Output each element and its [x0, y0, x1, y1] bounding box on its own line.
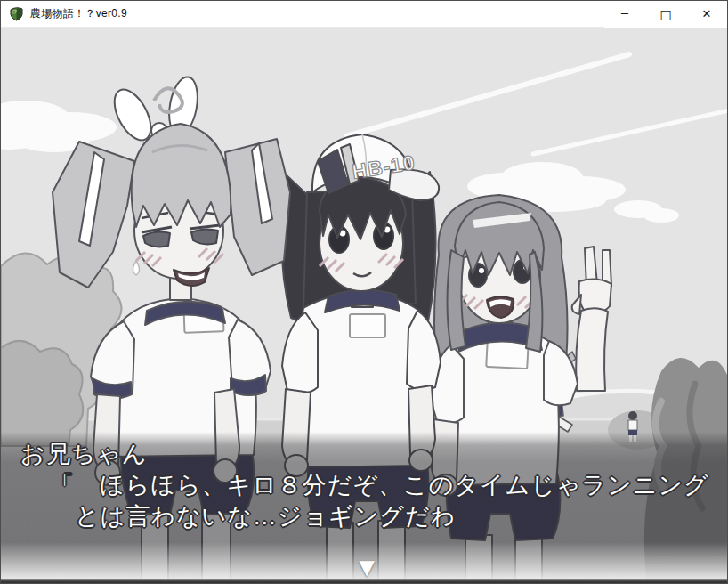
dialogue-line-1: 「 ほらほら、キロ８分だぞ、このタイムじゃランニング	[50, 470, 715, 501]
titlebar[interactable]: 農場物語！？ver0.9 ─ □ ✕	[1, 1, 727, 28]
dialogue-speaker: お兄ちゃん	[20, 439, 715, 470]
maximize-icon: □	[659, 7, 671, 21]
game-viewport[interactable]: HB-10	[1, 28, 728, 584]
app-icon	[9, 6, 24, 21]
minimize-button[interactable]: ─	[604, 1, 645, 28]
minimize-icon: ─	[621, 7, 628, 20]
bottom-letterbox	[1, 579, 728, 584]
maximize-button[interactable]: □	[645, 1, 686, 28]
dialogue-box: お兄ちゃん 「 ほらほら、キロ８分だぞ、このタイムじゃランニング とは言わないな…	[20, 439, 715, 532]
continue-indicator-icon[interactable]: ▼	[352, 555, 382, 580]
window-title: 農場物語！？ver0.9	[30, 6, 127, 21]
app-window: 農場物語！？ver0.9 ─ □ ✕	[0, 0, 728, 584]
close-icon: ✕	[702, 7, 712, 20]
dialogue-line-2: とは言わないな…ジョギングだわ	[50, 501, 715, 532]
close-button[interactable]: ✕	[686, 1, 727, 28]
window-controls: ─ □ ✕	[604, 1, 727, 28]
